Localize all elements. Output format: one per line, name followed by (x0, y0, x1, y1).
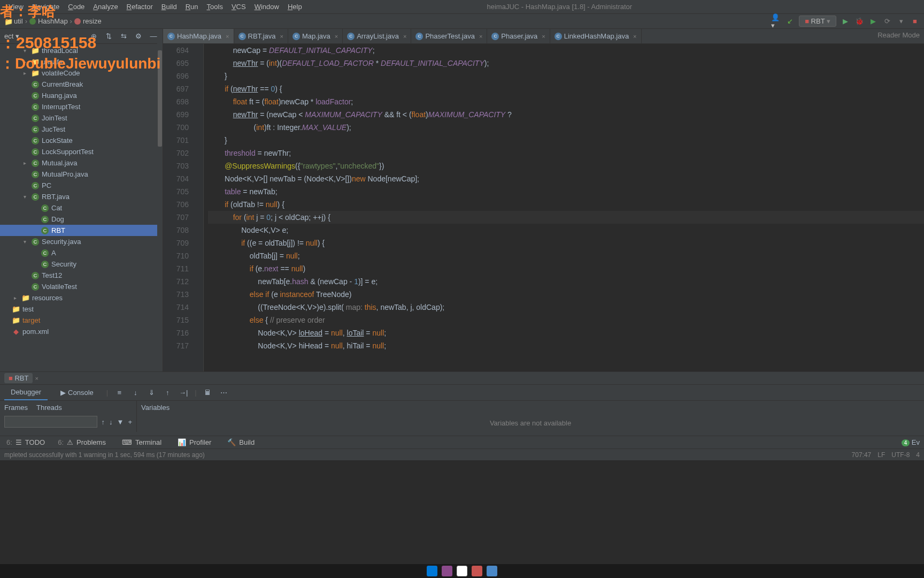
tree-item-huang-java[interactable]: CHuang.java (0, 90, 163, 101)
task-icon[interactable] (442, 566, 452, 576)
code-line[interactable]: if (e.next == null) (208, 262, 924, 275)
tree-arrow-icon[interactable]: ▸ (14, 295, 21, 301)
editor-tab-arraylist-java[interactable]: CArrayList.java× (343, 29, 411, 43)
sync-icon[interactable]: ↙ (785, 17, 795, 26)
code-line[interactable]: if (oldTab != null) { (208, 198, 924, 211)
code-line[interactable]: Node<K,V> hiHead = null, hiTail = null; (208, 339, 924, 352)
line-number[interactable]: 706 (163, 198, 189, 211)
tree-item-volatilecode[interactable]: ▸📁volatileCode (0, 67, 163, 79)
tree-item-threadlocal[interactable]: ▾📁threadLocal (0, 45, 163, 56)
menu-run[interactable]: Run (181, 3, 203, 11)
threads-tab[interactable]: Threads (36, 404, 62, 412)
line-number[interactable]: 709 (163, 237, 189, 249)
editor-tab-hashmap-java[interactable]: CHashMap.java× (163, 29, 234, 43)
tree-item-currentbreak[interactable]: CCurrentBreak (0, 79, 163, 90)
tree-item-volatiletest[interactable]: CVolatileTest (0, 281, 163, 292)
next-frame-icon[interactable]: ↓ (109, 418, 113, 426)
tree-item-juctest[interactable]: CJucTest (0, 124, 163, 135)
menu-refactor[interactable]: Refactor (122, 3, 157, 11)
code-line[interactable]: oldTab[j] = null; (208, 249, 924, 262)
frames-tab[interactable]: Frames (4, 404, 28, 412)
line-number[interactable]: 715 (163, 314, 189, 326)
close-icon[interactable]: × (479, 33, 482, 40)
step-out-icon[interactable]: ↑ (163, 388, 172, 398)
line-number[interactable]: 705 (163, 185, 189, 198)
tree-arrow-icon[interactable]: ▸ (24, 70, 31, 76)
tree-item-mutualpro-java[interactable]: CMutualPro.java (0, 169, 163, 180)
close-icon[interactable]: × (633, 33, 636, 40)
line-number[interactable]: 696 (163, 70, 189, 82)
tree-arrow-icon[interactable]: ▾ (24, 194, 31, 200)
menu-view[interactable]: View (4, 3, 28, 11)
stop-button[interactable]: ■ (910, 17, 920, 26)
fold-gutter[interactable] (195, 44, 204, 371)
evaluate-icon[interactable]: 🖩 (203, 388, 213, 398)
line-number[interactable]: 716 (163, 326, 189, 339)
line-number[interactable]: 713 (163, 288, 189, 301)
line-number[interactable]: 710 (163, 249, 189, 262)
run-button[interactable]: ▶ (841, 17, 850, 26)
close-icon[interactable]: × (280, 33, 283, 40)
frame-select[interactable] (4, 416, 97, 428)
line-number[interactable]: 702 (163, 147, 189, 159)
profile-button[interactable]: ⟳ (882, 17, 892, 26)
line-number[interactable]: 714 (163, 301, 189, 314)
editor-tab-phasertest-java[interactable]: CPhaserTest.java× (411, 29, 487, 43)
line-number[interactable]: 712 (163, 275, 189, 288)
cursor-position[interactable]: 707:47 (852, 451, 872, 459)
line-number[interactable]: 717 (163, 339, 189, 352)
task-icon[interactable] (427, 566, 437, 576)
reader-mode-toggle[interactable]: Reader Mode (877, 31, 920, 39)
line-number[interactable]: 694 (163, 44, 189, 57)
menu-analyze[interactable]: Analyze (89, 3, 122, 11)
close-icon[interactable]: × (226, 33, 229, 40)
code-line[interactable]: float ft = (float)newCap * loadFactor; (208, 95, 924, 108)
run-to-cursor-icon[interactable]: →| (179, 388, 188, 398)
line-number[interactable]: 699 (163, 108, 189, 121)
code-line[interactable]: if ((e = oldTab[j]) != null) { (208, 237, 924, 249)
code-line[interactable]: } (208, 134, 924, 147)
debug-button[interactable]: 🐞 (854, 17, 864, 26)
close-icon[interactable]: × (403, 33, 406, 40)
close-icon[interactable]: × (542, 33, 545, 40)
code-line[interactable]: Node<K,V> loHead = null, loTail = null; (208, 326, 924, 339)
code-line[interactable]: newCap = DEFAULT_INITIAL_CAPACITY; (208, 44, 924, 57)
breadcrumb-item[interactable]: HashMap (38, 17, 68, 25)
editor-tab-linkedhashmap-java[interactable]: CLinkedHashMap.java× (550, 29, 642, 43)
select-opened-icon[interactable]: ⊕ (89, 32, 98, 41)
bottom-tab-problems[interactable]: 6:⚠Problems (51, 438, 112, 446)
file-encoding[interactable]: UTF-8 (891, 451, 910, 459)
settings-icon[interactable]: ⚙ (134, 32, 143, 41)
code-area[interactable]: 6946956966976986997007017027037047057067… (163, 44, 924, 371)
code-line[interactable]: newThr = (int)(DEFAULT_LOAD_FACTOR * DEF… (208, 57, 924, 70)
tree-item-rbt-java[interactable]: ▾CRBT.java (0, 191, 163, 202)
code-line[interactable]: (int)ft : Integer.MAX_VALUE); (208, 121, 924, 134)
editor-tab-phaser-java[interactable]: CPhaser.java× (487, 29, 550, 43)
line-number[interactable]: 707 (163, 211, 189, 224)
tree-item-rbt[interactable]: CRBT (0, 225, 163, 236)
bottom-tab-todo[interactable]: 6:☰TODO (0, 438, 51, 446)
line-number[interactable]: 703 (163, 159, 189, 172)
line-number[interactable]: 711 (163, 262, 189, 275)
code-line[interactable]: for (int j = 0; j < oldCap; ++j) { (208, 211, 924, 224)
run-config-select[interactable]: ■ RBT ▾ (799, 16, 836, 27)
line-separator[interactable]: LF (877, 451, 885, 459)
line-number[interactable]: 700 (163, 121, 189, 134)
expand-icon[interactable]: ⇅ (104, 32, 113, 41)
force-step-icon[interactable]: ⇓ (147, 388, 156, 398)
menu-help[interactable]: Help (283, 3, 306, 11)
add-user-icon[interactable]: 👤▾ (771, 17, 781, 26)
code-line[interactable]: table = newTab; (208, 185, 924, 198)
line-number[interactable]: 698 (163, 95, 189, 108)
tree-item-security-java[interactable]: ▾CSecurity.java (0, 236, 163, 247)
event-badge[interactable]: 4 (902, 439, 910, 446)
breadcrumb-item[interactable]: util (14, 17, 23, 25)
filter-icon[interactable]: ▼ (117, 418, 124, 426)
trace-icon[interactable]: ⋯ (219, 388, 229, 398)
code-line[interactable]: if (newThr == 0) { (208, 82, 924, 95)
code-content[interactable]: newCap = DEFAULT_INITIAL_CAPACITY; newTh… (204, 44, 924, 371)
menu-build[interactable]: Build (157, 3, 181, 11)
tree-item-unsafe[interactable]: ▸📁unsafe (0, 56, 163, 67)
attach-button[interactable]: ▾ (896, 17, 906, 26)
bottom-tab-terminal[interactable]: ⌨Terminal (112, 438, 168, 446)
